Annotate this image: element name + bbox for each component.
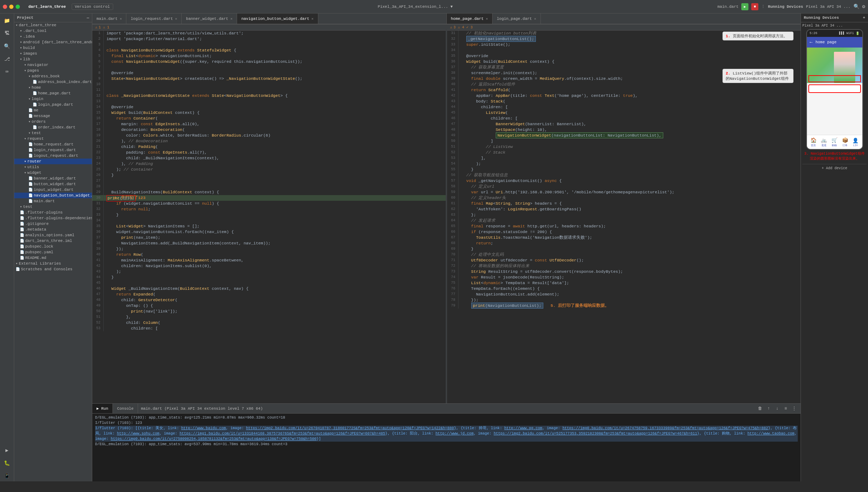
tree-item-6[interactable]: ▾lib	[14, 56, 92, 62]
sidebar-collapse-icon[interactable]: —	[87, 16, 89, 20]
tree-item-37[interactable]: 📄analysis_options.yaml	[14, 232, 92, 238]
tree-item-10[interactable]: 📄address_book_index.dart	[14, 79, 92, 85]
tree-item-34[interactable]: 📄.flutter-plugins-dependencies	[14, 215, 92, 221]
tree-item-24[interactable]: ▾router	[14, 159, 92, 164]
project-icon[interactable]: 📁	[1, 15, 13, 26]
link-img3[interactable]: https://img1.baidu.com/it/u=1331844168,3…	[180, 431, 385, 436]
tree-item-14[interactable]: 📄login_page.dart	[14, 102, 92, 107]
clear-console[interactable]: 🗑	[757, 405, 764, 412]
tab-login-page[interactable]: login_page.dart✕	[493, 13, 541, 24]
add-device-btn[interactable]: + Add device	[822, 166, 847, 170]
tree-item-39[interactable]: 📄pubspec.lock	[14, 244, 92, 249]
close-button[interactable]	[3, 5, 7, 9]
git-icon[interactable]: ⎇	[1, 53, 13, 65]
stop-button[interactable]: ■	[751, 3, 758, 10]
console-tab[interactable]: Console	[113, 404, 138, 413]
link-qq[interactable]: http://www.qq.com	[504, 426, 542, 430]
tree-item-26[interactable]: ▾widget	[14, 170, 92, 176]
scroll-bottom[interactable]: ↓	[774, 405, 781, 412]
tree-item-28[interactable]: 📄button_widget.dart	[14, 181, 92, 187]
nav-browse[interactable]: 🚲 逛逛	[821, 137, 827, 147]
add-device-icon[interactable]: +	[863, 16, 865, 20]
tree-icon-42: ▾	[16, 261, 18, 266]
link-img1[interactable]: https://img2.baidu.com/it/u=2670410787,3…	[246, 426, 454, 430]
structure-icon[interactable]: 🏗	[1, 28, 13, 39]
tree-item-3[interactable]: ▾android [dart_learn_three_android]	[14, 39, 92, 45]
tree-item-30[interactable]: 📄navigation_button_widget.dart	[14, 193, 92, 198]
tree-item-21[interactable]: 📄home_request.dart	[14, 142, 92, 147]
tree-item-2[interactable]: ▾.idea	[14, 34, 92, 39]
search-icon[interactable]: 🔍	[1, 40, 13, 52]
tree-item-1[interactable]: ▾.dart_tool	[14, 28, 92, 34]
tree-item-32[interactable]: ▾test	[14, 204, 92, 210]
tree-item-41[interactable]: 📄README.md	[14, 255, 92, 261]
gear-icon[interactable]: ⚙	[862, 4, 865, 10]
tree-item-23[interactable]: 📄logout_request.dart	[14, 153, 92, 159]
tree-item-12[interactable]: 📄home_page.dart	[14, 90, 92, 96]
tree-item-36[interactable]: 📄.metadata	[14, 227, 92, 232]
tree-item-20[interactable]: ▾request	[14, 136, 92, 142]
tree-item-4[interactable]: ▾build	[14, 45, 92, 51]
tab-home-page[interactable]: home_page.dart✕	[447, 13, 493, 24]
tree-item-22[interactable]: 📄login_request.dart	[14, 147, 92, 153]
tree-icon-14: 📄	[33, 103, 37, 107]
minimize-button[interactable]	[9, 5, 13, 9]
tree-item-13[interactable]: ▾login	[14, 96, 92, 102]
nav-buttons-row	[808, 84, 861, 93]
tab-login-request[interactable]: login_request.dart✕	[126, 13, 182, 24]
link-baidu[interactable]: http://www.baidu.com	[181, 426, 226, 430]
link-taobao[interactable]: http://www.taobao.com	[747, 431, 794, 436]
device-icon[interactable]: 📱	[1, 470, 13, 481]
tree-item-11[interactable]: ▾home	[14, 85, 92, 90]
tree-item-19[interactable]: ▾test	[14, 130, 92, 136]
tree-item-31[interactable]: 📄main.dart	[14, 198, 92, 204]
version-control[interactable]: Version control	[72, 4, 113, 10]
tree-item-29[interactable]: 📄input_widget.dart	[14, 187, 92, 193]
link-img4[interactable]: https://img2.baidu.com/it/u=525177353,35…	[494, 431, 697, 436]
tree-item-27[interactable]: 📄banner_widget.dart	[14, 176, 92, 181]
tree-label-11: home	[32, 85, 41, 90]
tab-nav-button-widget[interactable]: navigation_button_widget.dart✕	[237, 13, 318, 24]
run-sidebar-icon[interactable]: ▶	[1, 444, 13, 456]
tree-item-0[interactable]: ▾dart_learn_three	[14, 22, 92, 28]
tree-item-33[interactable]: 📄.flutter-plugins	[14, 210, 92, 215]
tree-item-17[interactable]: ▾orders	[14, 119, 92, 125]
tree-item-5[interactable]: ▾images	[14, 51, 92, 56]
pixel3a-label[interactable]: Pixel 3a API 34 ...	[806, 5, 850, 9]
phone-status-icons: ▌▌▌ WiFi 🔋	[839, 32, 859, 35]
tree-item-38[interactable]: 📄dart_learn_three.iml	[14, 238, 92, 244]
tree-item-25[interactable]: ▾utils	[14, 164, 92, 170]
link-sohu[interactable]: http://www.sohu.com	[117, 431, 159, 436]
tab-main-dart[interactable]: main.dart✕	[92, 13, 126, 24]
tree-item-16[interactable]: 📄message	[14, 113, 92, 119]
maximize-button[interactable]	[16, 5, 20, 9]
tree-item-43[interactable]: 📄Scratches and Consoles	[14, 266, 92, 272]
nav-profile[interactable]: 👤 LIV	[852, 138, 858, 147]
terminal-icon[interactable]: ⌨	[1, 66, 13, 77]
more-options[interactable]: ⋮	[761, 4, 765, 9]
search-icon[interactable]: 🔍	[853, 4, 859, 10]
debug-icon[interactable]: 🐛	[1, 457, 13, 469]
back-arrow-icon[interactable]: ←	[810, 39, 813, 45]
tree-item-40[interactable]: 📄pubspec.yaml	[14, 249, 92, 255]
scroll-top[interactable]: ↑	[765, 405, 772, 412]
link-img2[interactable]: https://img0.baidu.com/it/u=2674758759,1…	[562, 426, 768, 430]
tree-item-7[interactable]: ▾navigator	[14, 62, 92, 68]
tree-item-8[interactable]: ▾pages	[14, 68, 92, 73]
run-tab[interactable]: ▶ Run	[92, 404, 113, 413]
link-jd[interactable]: http://www.jd.com	[435, 431, 473, 436]
tab-banner-widget[interactable]: banner_widget.dart✕	[182, 13, 237, 24]
filter-icon[interactable]: ≡	[782, 405, 789, 412]
nav-shop[interactable]: 🛒 购物	[831, 137, 837, 147]
more-icon[interactable]: ⋮	[791, 405, 798, 412]
run-button[interactable]: ▶	[741, 3, 748, 10]
link-img5[interactable]: https://img0.baidu.com/it/u=2758098254,1…	[111, 437, 317, 441]
tree-item-9[interactable]: ▾address_book	[14, 73, 92, 79]
left-code: 1import 'package:dart_learn_three/utils/…	[92, 31, 446, 331]
tree-item-18[interactable]: 📄order_index.dart	[14, 125, 92, 130]
tree-item-35[interactable]: 📄.gitignore	[14, 221, 92, 227]
nav-orders[interactable]: 📦 订单	[842, 137, 848, 147]
tree-item-42[interactable]: ▾External Libraries	[14, 261, 92, 266]
tree-item-15[interactable]: 📄me	[14, 107, 92, 113]
nav-home[interactable]: 🏠 首页	[811, 137, 817, 147]
